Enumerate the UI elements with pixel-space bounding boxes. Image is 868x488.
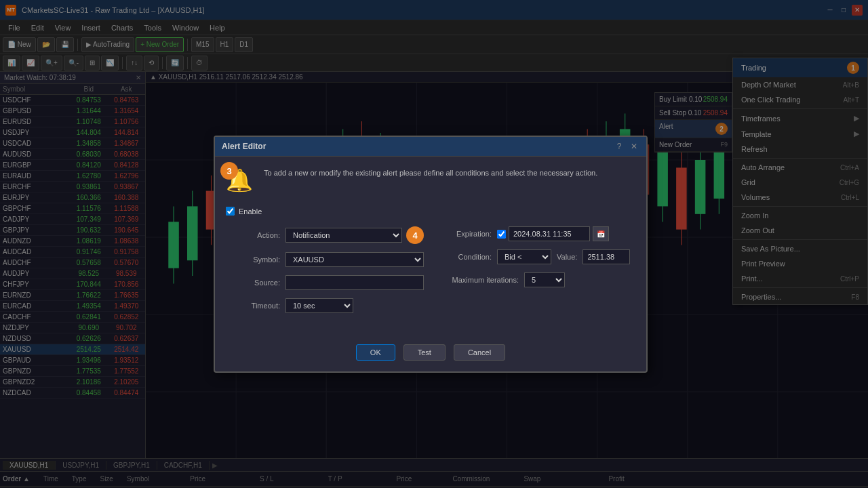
enable-label: Enable — [239, 207, 262, 216]
expiration-input[interactable] — [509, 226, 590, 241]
alert-help-btn[interactable]: ? — [614, 141, 625, 152]
alert-main-fields: Action: Notification 4 Symbol: XAUUSD — [226, 226, 635, 321]
timeout-field-container: 10 sec — [285, 298, 424, 313]
source-row: Source: — [226, 275, 424, 290]
alert-close-btn[interactable]: ✕ — [629, 141, 639, 152]
left-fields: Action: Notification 4 Symbol: XAUUSD — [226, 226, 424, 321]
symbol-label: Symbol: — [226, 256, 280, 264]
max-iter-row: Maximum iterations: 5 — [437, 272, 635, 287]
condition-label: Condition: — [437, 253, 492, 261]
action-row: Action: Notification 4 — [226, 226, 424, 244]
value-label: Value: — [557, 253, 577, 261]
alert-dialog-body: 3 🔔 To add a new or modify the existing … — [215, 157, 646, 339]
alert-dialog-title: Alert Editor — [222, 142, 266, 151]
condition-select[interactable]: Bid < — [497, 249, 551, 264]
max-iter-field-container: 5 — [524, 272, 635, 287]
expiration-calendar-btn[interactable]: 📅 — [593, 226, 609, 241]
right-fields: Expiration: 📅 Condition: Bid < Value: — [437, 226, 635, 321]
expiration-row: Expiration: 📅 — [437, 226, 635, 241]
timeout-label: Timeout: — [226, 302, 280, 310]
step-badge-4: 4 — [406, 226, 424, 244]
step-badge-3: 3 — [220, 162, 238, 180]
alert-description-text: To add a new or modify the existing aler… — [264, 167, 597, 179]
source-field-container — [285, 275, 424, 290]
symbol-field-container: XAUUSD — [285, 252, 424, 267]
max-iter-select[interactable]: 5 — [524, 272, 565, 287]
alert-dialog-title-bar: Alert Editor ? ✕ — [215, 137, 646, 157]
value-input[interactable] — [583, 249, 630, 264]
max-iter-label: Maximum iterations: — [437, 276, 519, 284]
action-label: Action: — [226, 231, 280, 239]
alert-footer: OK Test Cancel — [215, 339, 646, 371]
timeout-row: Timeout: 10 sec — [226, 298, 424, 313]
source-input[interactable] — [285, 275, 424, 290]
alert-dialog: Alert Editor ? ✕ 3 🔔 To add a new or mod… — [214, 136, 648, 373]
cancel-button[interactable]: Cancel — [454, 344, 505, 361]
symbol-select[interactable]: XAUUSD — [285, 252, 424, 267]
alert-description-area: 3 🔔 To add a new or modify the existing … — [226, 167, 635, 193]
timeout-select[interactable]: 10 sec — [285, 298, 353, 313]
expiration-field-container: 📅 — [497, 226, 635, 241]
enable-checkbox[interactable] — [226, 207, 235, 216]
expiration-checkbox[interactable] — [497, 230, 506, 239]
ok-button[interactable]: OK — [356, 344, 395, 361]
action-field-container: Notification 4 — [285, 226, 424, 244]
condition-row: Condition: Bid < Value: — [437, 249, 635, 264]
action-select[interactable]: Notification — [285, 228, 402, 243]
bell-container: 3 🔔 — [226, 167, 253, 193]
expiration-label: Expiration: — [437, 230, 492, 238]
source-label: Source: — [226, 279, 280, 287]
condition-field-container: Bid < Value: — [497, 249, 635, 264]
symbol-row: Symbol: XAUUSD — [226, 252, 424, 267]
test-button[interactable]: Test — [403, 344, 446, 361]
enable-row: Enable — [226, 207, 635, 216]
alert-title-buttons: ? ✕ — [614, 141, 639, 152]
